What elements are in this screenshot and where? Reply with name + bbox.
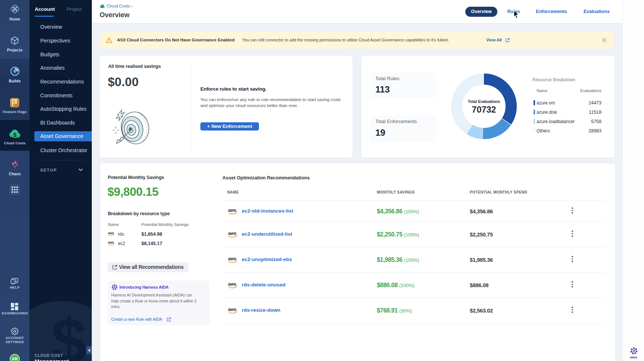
svg-text:aws: aws	[108, 241, 114, 244]
svg-text:$: $	[51, 305, 87, 361]
svg-text:aws: aws	[108, 231, 114, 235]
svg-text:?: ?	[13, 280, 15, 283]
svg-text:aws: aws	[228, 208, 237, 213]
svg-text:$: $	[13, 132, 17, 138]
svg-text:aws: aws	[228, 231, 237, 236]
svg-text:aws: aws	[228, 282, 237, 287]
svg-text:aws: aws	[228, 307, 237, 312]
svg-text:aws: aws	[228, 256, 237, 261]
